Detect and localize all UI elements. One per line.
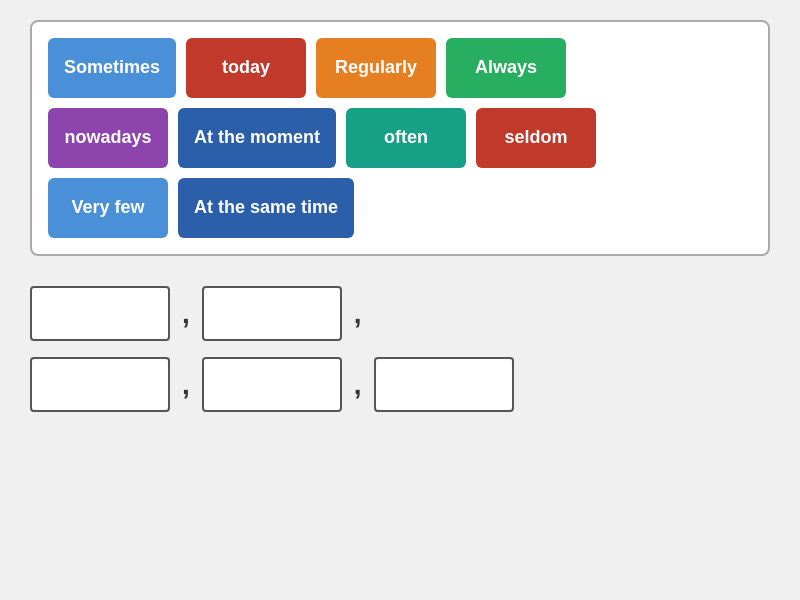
chip-at-the-moment[interactable]: At the moment	[178, 108, 336, 168]
drop-box-1-2[interactable]	[202, 286, 342, 341]
drop-box-2-3[interactable]	[374, 357, 514, 412]
word-bank-row-3: Very few At the same time	[48, 178, 752, 238]
drop-box-2-2[interactable]	[202, 357, 342, 412]
word-bank: Sometimes today Regularly Always nowaday…	[30, 20, 770, 256]
comma-1-2: ,	[354, 298, 362, 330]
chip-often[interactable]: often	[346, 108, 466, 168]
drop-box-2-1[interactable]	[30, 357, 170, 412]
chip-at-the-same-time[interactable]: At the same time	[178, 178, 354, 238]
chip-seldom[interactable]: seldom	[476, 108, 596, 168]
drop-row-1: , ,	[30, 286, 770, 341]
chip-always[interactable]: Always	[446, 38, 566, 98]
drop-box-1-1[interactable]	[30, 286, 170, 341]
chip-sometimes[interactable]: Sometimes	[48, 38, 176, 98]
chip-very-few[interactable]: Very few	[48, 178, 168, 238]
word-bank-row-1: Sometimes today Regularly Always	[48, 38, 752, 98]
chip-today[interactable]: today	[186, 38, 306, 98]
word-bank-row-2: nowadays At the moment often seldom	[48, 108, 752, 168]
comma-2-2: ,	[354, 369, 362, 401]
chip-regularly[interactable]: Regularly	[316, 38, 436, 98]
comma-2-1: ,	[182, 369, 190, 401]
comma-1-1: ,	[182, 298, 190, 330]
drop-area-section: , , , ,	[30, 286, 770, 412]
drop-row-2: , ,	[30, 357, 770, 412]
chip-nowadays[interactable]: nowadays	[48, 108, 168, 168]
